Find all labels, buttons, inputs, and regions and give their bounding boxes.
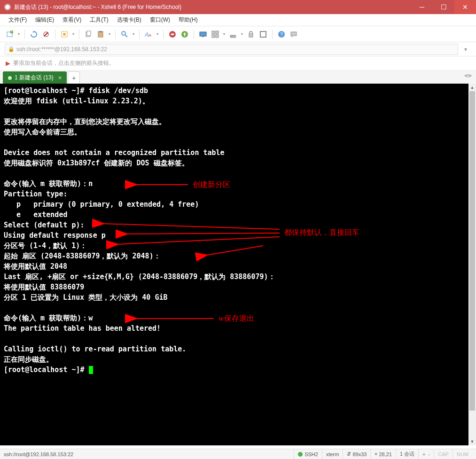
paste-icon[interactable] (95, 29, 106, 39)
svg-rect-19 (200, 32, 206, 36)
status-path: ssh://root@192.168.58.153:22 (4, 451, 294, 457)
find-icon[interactable] (119, 29, 130, 39)
menubar: 文件(F) 编辑(E) 查看(V) 工具(T) 选项卡(B) 窗口(W) 帮助(… (0, 14, 476, 26)
addressbar: 🔒 ssh://root:******@192.168.58.153:22 ▾ (0, 42, 476, 56)
paste-dd[interactable]: ▾ (108, 29, 111, 39)
svg-rect-23 (212, 35, 215, 38)
svg-rect-21 (212, 31, 215, 34)
font-icon[interactable]: AA (143, 29, 154, 39)
svg-point-12 (122, 31, 125, 35)
svg-text:A: A (148, 33, 151, 38)
screen-icon[interactable] (198, 29, 208, 39)
svg-rect-27 (232, 36, 233, 37)
disconnect-icon[interactable] (41, 29, 51, 39)
xftp-icon[interactable] (179, 29, 190, 39)
find-dd[interactable]: ▾ (132, 29, 135, 39)
xagent-icon[interactable] (167, 29, 178, 39)
new-tab-button[interactable]: + (68, 71, 80, 84)
help-icon[interactable]: ? (276, 29, 287, 39)
tab-nav: ◀ ▶ (464, 72, 472, 78)
menu-file[interactable]: 文件(F) (5, 15, 31, 25)
tab-session-1[interactable]: 1 新建会话 (13) × (3, 71, 67, 84)
status-plus-icon[interactable]: + - (422, 451, 430, 457)
svg-rect-26 (231, 36, 232, 37)
status-spacer: + - (418, 449, 434, 459)
menu-tabs[interactable]: 选项卡(B) (113, 15, 145, 25)
maximize-button[interactable]: ☐ (433, 0, 454, 14)
status-term: xterm (322, 449, 343, 459)
close-button[interactable]: ✕ (454, 0, 476, 14)
tab-label: 1 新建会话 (13) (15, 74, 54, 82)
status-sessions: 1 会话 (396, 449, 418, 459)
keylock-icon[interactable] (228, 29, 238, 39)
svg-text:?: ? (280, 31, 283, 37)
fullscreen-icon[interactable] (258, 29, 268, 39)
app-icon (4, 3, 11, 11)
status-cap: CAP (434, 449, 453, 459)
connection-dot-icon (8, 76, 12, 80)
svg-rect-11 (99, 31, 102, 32)
terminal-scrollbar[interactable]: ▲ ▼ (468, 84, 476, 445)
status-pos: ⌖28,21 (370, 449, 396, 459)
statusbar: ssh://root@192.168.58.153:22 SSH2 xterm … (0, 449, 476, 459)
font-dd[interactable]: ▾ (156, 29, 159, 39)
svg-line-5 (44, 32, 48, 36)
svg-rect-24 (216, 35, 218, 38)
window-title: 新建会话 (13) - root@localhost:~ - Xshell 6 … (14, 3, 411, 11)
svg-line-13 (125, 35, 127, 37)
scroll-up-icon[interactable]: ▲ (468, 84, 476, 91)
scroll-track[interactable] (468, 91, 476, 438)
svg-text:+: + (11, 31, 13, 33)
lock-icon: 🔒 (8, 46, 15, 52)
tab-next-icon[interactable]: ▶ (468, 72, 472, 78)
address-dropdown[interactable]: ▾ (460, 44, 471, 55)
tab-close-icon[interactable]: × (58, 74, 62, 81)
status-proto: SSH2 (294, 449, 322, 459)
feedback-icon[interactable] (289, 29, 299, 39)
address-input[interactable]: 🔒 ssh://root:******@192.168.58.153:22 (5, 44, 458, 55)
reconnect-icon[interactable] (29, 29, 39, 39)
hintbar: ▶ 要添加当前会话，点击左侧的箭头按钮。 (0, 56, 476, 70)
titlebar: 新建会话 (13) - root@localhost:~ - Xshell 6 … (0, 0, 476, 14)
svg-rect-30 (260, 31, 266, 37)
status-num: NUM (453, 449, 472, 459)
new-session-dd[interactable]: ▾ (17, 29, 21, 39)
address-text: ssh://root:******@192.168.58.153:22 (16, 46, 107, 53)
window-controls: ─ ☐ ✕ (411, 0, 476, 14)
menu-window[interactable]: 窗口(W) (146, 15, 174, 25)
tab-prev-icon[interactable]: ◀ (464, 72, 468, 78)
tile-dd[interactable]: ▾ (222, 29, 226, 39)
terminal-area: [root@localhost ~]# fdisk /dev/sdb 欢迎使用 … (0, 84, 476, 445)
svg-rect-28 (234, 36, 234, 37)
menu-view[interactable]: 查看(V) (59, 15, 85, 25)
status-dot-icon (298, 452, 303, 457)
scroll-thumb[interactable] (469, 91, 475, 411)
menu-help[interactable]: 帮助(H) (175, 15, 202, 25)
tabstrip: 1 新建会话 (13) × + ◀ ▶ (0, 70, 476, 84)
menu-tools[interactable]: 工具(T) (86, 15, 112, 25)
tile-icon[interactable] (210, 29, 220, 39)
hint-text: 要添加当前会话，点击左侧的箭头按钮。 (13, 59, 115, 67)
new-session-icon[interactable]: + (5, 29, 15, 39)
flag-icon: ▶ (6, 60, 10, 67)
minimize-button[interactable]: ─ (411, 0, 433, 14)
lock-icon[interactable] (246, 29, 256, 39)
svg-rect-29 (249, 34, 253, 37)
keylock-dd[interactable]: ▾ (240, 29, 244, 39)
svg-rect-22 (216, 31, 218, 34)
properties-icon[interactable] (59, 29, 70, 39)
status-size: ⇵89x33 (343, 449, 370, 459)
terminal[interactable]: [root@localhost ~]# fdisk /dev/sdb 欢迎使用 … (0, 84, 468, 445)
svg-rect-9 (87, 31, 91, 36)
copy-icon[interactable] (83, 29, 94, 39)
menu-edit[interactable]: 编辑(E) (31, 15, 58, 25)
svg-point-7 (63, 33, 66, 36)
svg-rect-20 (202, 36, 204, 37)
scroll-down-icon[interactable]: ▼ (468, 438, 476, 445)
toolbar: + ▾ ▾ ▾ ▾ AA ▾ ▾ ▾ ? (0, 26, 476, 42)
properties-dd[interactable]: ▾ (71, 29, 75, 39)
